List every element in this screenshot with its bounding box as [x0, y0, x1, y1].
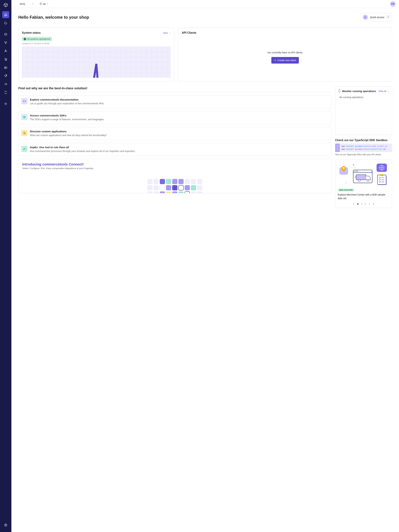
best-in-class-title: Find out why we are the best-in-class so… [18, 87, 331, 90]
svg-rect-31 [380, 174, 383, 176]
svg-point-33 [388, 174, 388, 175]
svg-point-7 [5, 67, 6, 68]
link-card-desc: The SDKs support a range of features, en… [30, 118, 104, 121]
arrow-right-icon: → [168, 32, 171, 34]
link-card-desc: Let us guide you through your exploratio… [30, 102, 104, 105]
svg-point-1 [6, 42, 7, 42]
carousel-dot[interactable] [357, 203, 359, 205]
nav-categories[interactable] [2, 39, 9, 46]
link-card-impex[interactable]: ImpEx: One tool to rule them all Run com… [18, 143, 331, 156]
feature-text: Explore Merchant Center with a B2B sampl… [338, 193, 390, 200]
nav-discounts[interactable] [2, 72, 9, 79]
svg-point-9 [6, 83, 7, 84]
device-icon [21, 130, 27, 136]
svg-point-0 [5, 42, 5, 42]
nav-dashboard[interactable] [2, 19, 9, 26]
connect-title: Introducing commercetools Connect! [22, 162, 327, 166]
topbar: ROQ ▼ de ▼ FW [11, 0, 399, 8]
language-code: de [43, 3, 46, 5]
svg-point-5 [6, 60, 6, 60]
nav-help[interactable] [2, 522, 9, 529]
nav-orders[interactable] [2, 56, 9, 63]
feature-illustration [338, 162, 390, 186]
carousel-dot[interactable] [369, 203, 370, 205]
sdk-title: Check out our TypeScript SDK Sandbox [335, 139, 392, 142]
heartbeat-chart [22, 47, 171, 78]
system-status-title: System status [22, 31, 41, 34]
feature-carousel-card: NEW FEATURE Explore Merchant Center with… [335, 160, 392, 208]
user-avatar[interactable]: FW [390, 1, 396, 7]
sdk-code-block[interactable]: 12 npm install @commercetools/sdk-client… [335, 144, 392, 152]
language-selector[interactable]: de ▼ [38, 2, 50, 6]
refresh-icon [338, 89, 341, 93]
nav-search[interactable] [2, 81, 9, 88]
carousel-dot[interactable] [365, 203, 366, 205]
svg-point-14 [364, 16, 366, 18]
project-name: ROQ [20, 3, 25, 5]
api-clients-title: API Clients [182, 31, 196, 34]
connect-illustration [27, 179, 323, 193]
quick-access-button[interactable]: Quick access F [361, 13, 392, 21]
link-card-desc: What are custom applications and how do … [30, 133, 107, 137]
quick-access-key: F [386, 15, 390, 19]
svg-point-27 [358, 179, 360, 181]
link-card-title: Explore commercetools documentation [30, 98, 104, 101]
nav-payments[interactable] [2, 64, 9, 71]
chevron-down-icon: ▼ [32, 3, 34, 5]
nav-catalog[interactable] [2, 31, 9, 38]
nav-operations[interactable] [2, 89, 9, 96]
system-status-view-link[interactable]: View → [163, 32, 171, 34]
svg-point-32 [355, 168, 355, 168]
svg-point-12 [6, 526, 6, 526]
globe-icon [39, 2, 42, 6]
page-title: Hello Fabian, welcome to your shop [18, 15, 89, 20]
new-feature-badge: NEW FEATURE [338, 189, 354, 191]
check-icon: ✓ [24, 38, 26, 40]
monitor-title: Monitor running operations [342, 90, 376, 93]
feature-carousel-nav [338, 203, 390, 205]
svg-point-2 [6, 43, 6, 44]
nav-settings[interactable] [2, 100, 9, 107]
system-status-badge: ✓ All systems operational [22, 37, 52, 41]
system-status-updated: Updated at 17.09.2024 13:30:45 [22, 43, 171, 44]
api-clients-empty-text: You currently have no API clients. [267, 51, 303, 54]
svg-point-8 [6, 75, 6, 76]
sdk-subtitle: Test run our Typescript SDKs with your A… [335, 153, 392, 156]
logo-icon [3, 3, 8, 8]
nav-customers[interactable] [2, 48, 9, 54]
monitor-operations-card: Monitor running operations View all → No… [335, 87, 392, 135]
svg-point-4 [5, 60, 6, 60]
system-status-card: System status View → ✓ All systems opera… [18, 28, 174, 81]
carousel-prev[interactable] [353, 203, 355, 205]
svg-point-24 [356, 171, 357, 171]
svg-point-10 [5, 103, 6, 104]
create-client-button[interactable]: + Create new client [271, 57, 299, 63]
link-card-title: Access commercetools SDKs [30, 114, 104, 117]
arrow-right-icon: → [387, 90, 389, 92]
link-card-docs[interactable]: Explore commercetools documentation Let … [18, 95, 331, 108]
carousel-next[interactable] [372, 203, 374, 205]
link-card-custom-apps[interactable]: Discover custom applications What are cu… [18, 127, 331, 140]
quick-access-label: Quick access [370, 16, 384, 19]
swap-icon [21, 146, 27, 152]
chevron-down-icon: ▼ [47, 3, 48, 5]
link-card-sdks[interactable]: Access commercetools SDKs The SDKs suppo… [18, 111, 331, 124]
connect-promo-card[interactable]: Introducing commercetools Connect! Selec… [18, 159, 331, 193]
svg-point-23 [355, 171, 355, 171]
code-icon [21, 98, 27, 104]
svg-point-3 [5, 50, 6, 51]
svg-rect-26 [356, 175, 366, 180]
api-clients-card: API Clients You currently have no API cl… [178, 28, 392, 81]
project-selector[interactable]: ROQ ▼ [18, 2, 35, 6]
sdk-sandbox-card: Check out our TypeScript SDK Sandbox 12 … [335, 139, 392, 156]
link-card-title: Discover custom applications [30, 130, 107, 133]
search-icon [363, 15, 368, 20]
monitor-view-all-link[interactable]: View all → [379, 90, 389, 92]
nav-home[interactable] [2, 11, 9, 18]
sidebar [0, 0, 11, 532]
carousel-dot[interactable] [361, 203, 362, 205]
education-icon [21, 114, 27, 120]
plus-icon: + [274, 59, 276, 62]
monitor-empty-text: No running operations. [338, 96, 389, 99]
svg-point-28 [367, 179, 369, 181]
